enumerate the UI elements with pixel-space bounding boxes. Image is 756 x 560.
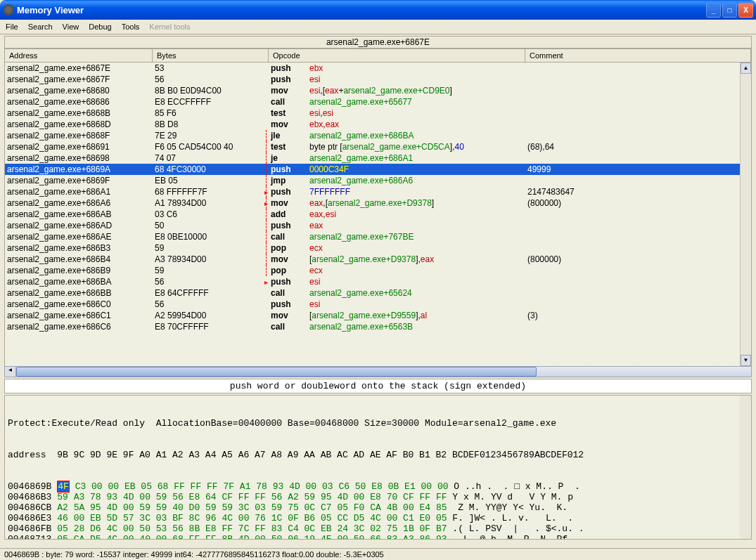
titlebar[interactable]: Memory Viewer _ □ X — [0, 0, 756, 20]
menu-search[interactable]: Search — [28, 22, 53, 31]
addr-cell: arsenal2_game.exe+686BB — [7, 288, 155, 298]
operand-cell: byte ptr [arsenal2_game.exe+CD5CA],40 — [309, 142, 527, 152]
scroll-thumb[interactable] — [16, 367, 537, 377]
disasm-row[interactable]: arsenal2_game.exe+686808B B0 E0D94C00mov… — [5, 85, 751, 96]
vertical-scrollbar[interactable]: ▲ ▼ — [740, 63, 751, 366]
opcode-cell: mov — [271, 119, 309, 129]
addr-cell: arsenal2_game.exe+68698 — [7, 153, 155, 163]
bytes-cell: A1 78934D00 — [155, 198, 271, 208]
disasm-row[interactable]: arsenal2_game.exe+686C6E8 70CFFFFFcallar… — [5, 321, 751, 332]
disasm-row[interactable]: arsenal2_game.exe+68686E8 ECCFFFFFcallar… — [5, 96, 751, 108]
addr-cell: arsenal2_game.exe+6868D — [7, 119, 155, 129]
bytes-cell: E8 ECCFFFFF — [155, 97, 271, 107]
menu-tools[interactable]: Tools — [122, 22, 140, 31]
disasm-row[interactable]: arsenal2_game.exe+686AD50pusheax — [5, 220, 751, 231]
bytes-cell: 7E 29 — [155, 131, 271, 141]
hex-view[interactable]: Protect:Execute/Read only AllocationBase… — [4, 395, 752, 540]
disasm-row[interactable]: arsenal2_game.exe+686AEE8 0BE10000callar… — [5, 231, 751, 242]
bytes-cell: 50 — [155, 221, 271, 230]
disasm-row[interactable]: arsenal2_game.exe+686BBE8 64CFFFFFcallar… — [5, 287, 751, 299]
col-comment[interactable]: Comment — [525, 49, 751, 62]
close-button[interactable]: X — [738, 3, 753, 18]
addr-cell: arsenal2_game.exe+686BA — [7, 277, 155, 287]
menubar: File Search View Debug Tools Kernel tool… — [0, 20, 756, 34]
scroll-left-button[interactable]: ◄ — [5, 367, 16, 377]
module-header[interactable]: arsenal2_game.exe+6867E — [4, 36, 752, 48]
hex-row[interactable]: 004686B3 59 A3 78 93 4D 00 59 56 E8 64 C… — [8, 492, 748, 502]
hex-row[interactable]: 0046869B 4F C3 00 00 EB 05 68 FF FF FF 7… — [8, 481, 748, 492]
disasm-row[interactable]: ▸arsenal2_game.exe+686A168 FFFFFF7Fpush7… — [5, 186, 751, 197]
opcode-cell: call — [271, 322, 309, 332]
disasm-row[interactable]: arsenal2_game.exe+6868F7E 29jlearsenal2_… — [5, 130, 751, 141]
col-bytes[interactable]: Bytes — [153, 49, 269, 62]
bytes-cell: 68 4FC30000 — [155, 164, 271, 174]
col-address[interactable]: Address — [5, 49, 153, 62]
opcode-cell: call — [271, 288, 309, 298]
hex-ascii: .( L. PSV | . $<.u. . — [452, 523, 584, 534]
menu-view[interactable]: View — [63, 22, 79, 31]
disasm-row[interactable]: arsenal2_game.exe+686B359popecx — [5, 242, 751, 254]
bytes-cell: A3 78934D00 — [155, 254, 271, 264]
disasm-row[interactable]: ▸arsenal2_game.exe+686BA56pushesi — [5, 276, 751, 287]
disasm-row[interactable]: arsenal2_game.exe+68691F6 05 CAD54C00 40… — [5, 141, 751, 152]
addr-cell: arsenal2_game.exe+686B4 — [7, 254, 155, 264]
addr-cell: arsenal2_game.exe+686C6 — [7, 322, 155, 332]
disasm-row[interactable]: ▸arsenal2_game.exe+686A6A1 78934D00movea… — [5, 197, 751, 209]
disasm-row[interactable]: arsenal2_game.exe+6867E53pushebx — [5, 63, 751, 74]
hex-row[interactable]: 004686FB 05 28 D6 4C 00 50 53 56 8B E8 F… — [8, 523, 748, 534]
bytes-cell: A2 59954D00 — [155, 311, 271, 320]
menu-file[interactable]: File — [6, 22, 18, 31]
bytes-cell: 56 — [155, 299, 271, 309]
disasm-row[interactable]: arsenal2_game.exe+6869874 07jearsenal2_g… — [5, 152, 751, 164]
disasm-row[interactable]: arsenal2_game.exe+6868D8B D8movebx,eax — [5, 119, 751, 130]
disasm-row[interactable]: arsenal2_game.exe+686C1A2 59954D00mov[ar… — [5, 310, 751, 321]
operand-cell: esi,esi — [309, 108, 527, 118]
opcode-cell: push — [271, 187, 309, 197]
scroll-down-button[interactable]: ▼ — [741, 355, 751, 366]
opcode-cell: call — [271, 232, 309, 242]
hex-row[interactable]: 004686CB A2 5A 95 4D 00 59 59 40 D0 59 5… — [8, 502, 748, 513]
comment-cell: 49999 — [527, 164, 751, 174]
disasm-row[interactable]: arsenal2_game.exe+6867F56pushesi — [5, 74, 751, 85]
opcode-cell: pop — [271, 243, 309, 253]
disasm-row[interactable]: arsenal2_game.exe+686B4A3 78934D00mov[ar… — [5, 254, 751, 265]
hex-row[interactable]: 00468713 05 CA D5 4C 00 40 00 68 FF FF 8… — [8, 534, 748, 540]
hex-ascii: F. ]W< . L. v. L. . — [452, 513, 578, 523]
bytes-cell: 8B B0 E0D94C00 — [155, 86, 271, 96]
horizontal-scrollbar[interactable]: ◄ — [4, 366, 752, 377]
addr-cell: arsenal2_game.exe+686A6 — [7, 198, 155, 208]
bytes-cell: 03 C6 — [155, 209, 271, 219]
addr-cell: arsenal2_game.exe+686AB — [7, 209, 155, 219]
disasm-row[interactable]: arsenal2_game.exe+6869FEB 05jmparsenal2_… — [5, 175, 751, 186]
hex-addr: 004686B3 — [8, 492, 57, 502]
hex-vertical-scrollbar[interactable] — [740, 396, 751, 539]
comment-cell: (68),64 — [527, 142, 751, 152]
hex-columns: address 9B 9C 9D 9E 9F A0 A1 A2 A3 A4 A5… — [8, 450, 748, 460]
disassembly-list[interactable]: arsenal2_game.exe+6867E53pushebxarsenal2… — [4, 63, 752, 366]
hex-row[interactable]: 004686E3 46 00 EB 5D 57 3C 03 BF 8C 96 4… — [8, 513, 748, 523]
bytes-cell: 53 — [155, 63, 271, 73]
minimize-button[interactable]: _ — [706, 3, 721, 18]
disasm-row[interactable]: arsenal2_game.exe+6868B85 F6testesi,esi — [5, 108, 751, 119]
disasm-row[interactable]: arsenal2_game.exe+686AB03 C6addeax,esi — [5, 209, 751, 220]
disasm-row[interactable]: arsenal2_game.exe+6869A68 4FC30000push00… — [5, 164, 751, 175]
menu-kernel-tools[interactable]: Kernel tools — [149, 22, 190, 31]
disasm-row[interactable]: arsenal2_game.exe+686C056pushesi — [5, 299, 751, 310]
bytes-cell: E8 64CFFFFF — [155, 288, 271, 298]
opcode-cell: push — [271, 277, 309, 287]
opcode-cell: jle — [271, 131, 309, 141]
comment-cell: (3) — [527, 311, 751, 320]
hex-addr: 00468713 — [8, 534, 57, 540]
addr-cell: arsenal2_game.exe+686AE — [7, 232, 155, 242]
disasm-row[interactable]: arsenal2_game.exe+686B959popecx — [5, 265, 751, 276]
hex-addr: 004686E3 — [8, 513, 57, 523]
maximize-button[interactable]: □ — [722, 3, 737, 18]
instruction-description: push word or doubleword onto the stack (… — [4, 379, 752, 393]
opcode-cell: mov — [271, 198, 309, 208]
operand-cell: 0000C34F — [309, 164, 527, 174]
operand-cell: arsenal2_game.exe+686BA — [309, 131, 527, 141]
addr-cell: arsenal2_game.exe+686C0 — [7, 299, 155, 309]
menu-debug[interactable]: Debug — [89, 22, 111, 31]
col-opcode[interactable]: Opcode — [269, 49, 525, 62]
scroll-up-button[interactable]: ▲ — [741, 63, 751, 74]
